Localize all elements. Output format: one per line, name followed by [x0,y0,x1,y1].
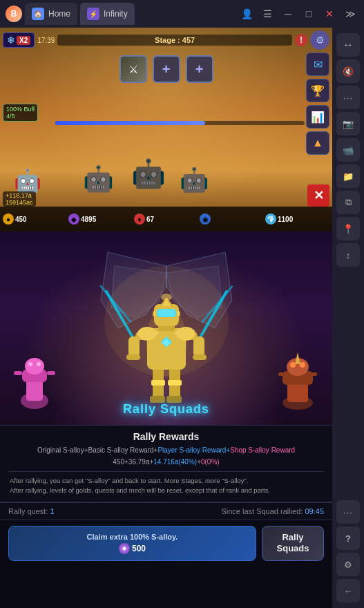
hp-bar-fill [55,121,205,125]
side-mech-right [270,342,325,411]
desc-text2: After rallying, levels of golds, quests … [8,486,324,495]
minimize-btn[interactable]: ─ [280,6,296,22]
stage-badge: Stage : 457 [57,35,292,46]
sidebar-rotate-btn[interactable]: ↕ [336,243,360,267]
game-close-btn[interactable]: ✕ [307,184,329,207]
sidebar-help-btn[interactable]: ? [336,526,360,550]
sidebar-mute-btn[interactable]: 🔇 [336,59,360,83]
back-nav-btn[interactable]: ≫ [342,6,358,22]
rewards-player-text: Player S-alloy Reward+ [157,446,230,454]
svg-rect-39 [193,354,207,360]
title-bar: B 🏠 Home ⚡ Infinity 👤 ☰ ─ □ ✕ ≫ [0,0,364,28]
divider1 [8,471,324,472]
battle-scene: 🤖 🤖 🤖 🤖 [0,128,332,197]
timer-display: 17:39 [37,37,55,44]
svg-rect-16 [310,372,317,376]
rewards-base-text: Original S-alloy+Basic S-alloy Reward+ [37,446,158,454]
svg-rect-25 [151,380,165,386]
rewards-formula-shop: 0(0%) [201,458,220,466]
tab-home[interactable]: 🏠 Home [25,3,77,25]
red-res: ♦ 67 [134,213,198,225]
side-mech-left [7,342,62,411]
buff-count: 4/5 [6,113,35,120]
gold-counter: +116.17a 159145ac [3,191,36,207]
svg-point-3 [25,358,44,374]
svg-point-41 [176,327,195,341]
infinity-tab-label: Infinity [104,9,128,19]
mail-btn[interactable]: ✉ [306,53,329,76]
unit-center-2: 🤖 [131,158,166,190]
arrow-up-btn[interactable]: ▲ [306,131,329,155]
chart-btn[interactable]: 📊 [306,105,329,129]
svg-rect-15 [278,372,285,376]
hero-showcase: Rally Squads [0,231,332,425]
unit-left: 🤖 [14,167,41,193]
alert-badge: ! [295,34,307,46]
svg-rect-48 [153,311,155,316]
rally-quest-label: Rally quest: [8,507,48,515]
cost-icon: ◆ [119,543,130,554]
hud-top: ❄ X2 17:39 Stage : 457 ! ⚙ [3,30,329,50]
bluestacks-logo: B [6,6,22,22]
central-hero [97,231,236,411]
infinity-tab-icon: ⚡ [87,8,99,20]
gear-hud-btn[interactable]: ⚙ [310,30,329,50]
sidebar-resize-btn[interactable]: ↔ [336,33,360,57]
gold-val: 450 [15,216,27,223]
action-plus-btn1[interactable]: + [153,55,180,83]
hud-right: ✉ 🏆 📊 ▲ [306,53,329,155]
rally-quest-value: 1 [50,507,55,515]
svg-rect-26 [168,380,182,386]
crystal-icon: 💎 [265,213,276,225]
game-area: ❄ X2 17:39 Stage : 457 ! ⚙ ⚔ + + ✉ 🏆 📊 ▲ [0,28,332,231]
rally-squads-btn[interactable]: RallySquads [262,526,324,562]
rally-btn-label: RallySquads [277,532,309,555]
sidebar-record-btn[interactable]: 📹 [336,138,360,162]
sidebar-location-btn[interactable]: 📍 [336,217,360,240]
tab-infinity[interactable]: ⚡ Infinity [80,3,135,25]
svg-point-40 [137,327,157,341]
crystal-val: 1100 [278,216,293,223]
claim-extra-btn[interactable]: Claim extra 100% S-alloy. ◆ 500 [8,526,256,562]
desc-text1: After rallying, you can get "S-alloy" an… [8,476,324,486]
hud-actions: ⚔ + + [119,55,213,83]
rewards-shop-text: Shop S-alloy Reward [230,446,295,454]
sidebar-screenshot-btn[interactable]: 📷 [336,112,360,135]
maximize-btn[interactable]: □ [300,6,317,22]
svg-rect-7 [47,371,55,375]
purple-val: 4895 [81,216,96,223]
action-sword-btn[interactable]: ⚔ [119,55,147,83]
sidebar-files-btn[interactable]: 📁 [336,164,360,188]
svg-point-50 [161,294,172,301]
info-panel: Rally Rewards Original S-alloy+Basic S-a… [0,425,332,502]
unit-center-1: 🤖 [83,164,114,193]
red-icon: ♦ [134,213,145,225]
menu-btn[interactable]: ☰ [259,6,276,22]
sidebar-more-btn[interactable]: ··· [336,86,360,109]
snowflake-icon: ❄ [7,35,15,46]
gold-icon: ● [3,213,14,225]
sidebar-copy-btn[interactable]: ⧉ [336,191,360,214]
action-plus-btn2[interactable]: + [186,55,213,83]
svg-point-4 [28,362,32,366]
svg-rect-36 [126,354,140,360]
sidebar-more2-btn[interactable]: ··· [336,500,360,524]
svg-point-13 [300,362,305,368]
svg-rect-38 [193,336,204,357]
rewards-formula-base: 450+36.79a+ [113,458,153,466]
unit-center-3: 🤖 [180,166,209,193]
trophy-btn[interactable]: 🏆 [306,79,329,102]
home-tab-label: Home [48,9,70,19]
red-val: 67 [146,216,154,223]
blue-icon: ◉ [200,213,211,225]
purple-icon: ◆ [68,213,79,225]
close-btn[interactable]: ✕ [321,6,338,22]
resource-bar: ● 450 ◆ 4895 ♦ 67 ◉ 💎 1100 [0,207,332,231]
rally-quest-stat: Rally quest: 1 [8,507,55,515]
rally-panel: Rally Squads Rally Rewards Original S-al… [0,231,332,608]
sidebar-settings-btn[interactable]: ⚙ [336,553,360,576]
profile-btn[interactable]: 👤 [238,6,255,22]
snowflake-badge: ❄ X2 [3,32,35,48]
sidebar-back-btn[interactable]: ← [336,579,360,602]
buff-indicator: 100% Buff 4/5 [3,104,38,122]
